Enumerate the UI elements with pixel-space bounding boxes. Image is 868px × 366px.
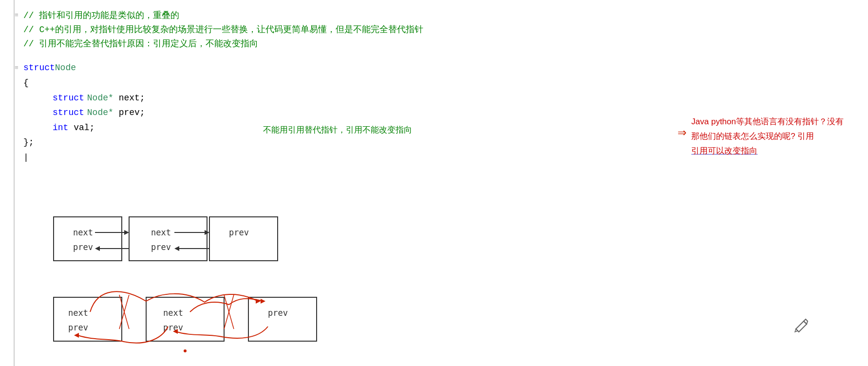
node-type-next: Node* — [87, 91, 113, 106]
comment-line-1: ≡ // 指针和引用的功能是类似的，重叠的 — [15, 9, 853, 23]
svg-rect-22 — [248, 297, 317, 341]
svg-rect-7 — [129, 217, 207, 261]
comment-text-2: // C++的引用，对指针使用比较复杂的场景进行一些替换，让代码更简单易懂，但是… — [23, 23, 423, 37]
svg-text:next: next — [68, 308, 88, 318]
open-brace: { — [23, 76, 29, 91]
svg-rect-16 — [54, 297, 122, 341]
var-val: val; — [68, 120, 94, 135]
svg-rect-19 — [146, 297, 224, 341]
svg-marker-4 — [124, 230, 129, 235]
var-prev: prev; — [113, 105, 145, 120]
diagram-2: next prev next prev prev — [24, 283, 365, 356]
struct-declaration: ≡ struct Node — [15, 60, 853, 76]
svg-text:prev: prev — [268, 308, 288, 318]
svg-text:prev: prev — [73, 242, 93, 252]
svg-text:prev: prev — [151, 242, 171, 252]
comment-line-3: // 引用不能完全替代指针原因：引用定义后，不能改变指向 — [15, 37, 853, 51]
annotation-center-text: 不能用引用替代指针，引用不能改变指向 — [263, 125, 412, 135]
svg-point-32 — [184, 349, 187, 352]
diagram-1: next prev next prev prev — [24, 207, 365, 270]
side-line2: 那他们的链表怎么实现的呢? 引用 — [691, 129, 844, 144]
side-line3: 引用可以改变指向 — [691, 144, 844, 158]
comment-line-2: // C++的引用，对指针使用比较复杂的场景进行一些替换，让代码更简单易懂，但是… — [15, 23, 853, 37]
int-keyword: int — [53, 120, 68, 135]
close-brace: }; — [23, 135, 34, 150]
pencil-icon[interactable] — [794, 317, 810, 337]
member-next-line: struct Node* next; — [44, 91, 853, 106]
arrow-icon: ⇒ — [678, 123, 686, 141]
svg-text:prev: prev — [163, 323, 183, 332]
comment-text-1: // 指针和引用的功能是类似的，重叠的 — [23, 9, 179, 23]
svg-text:next: next — [73, 228, 93, 237]
svg-text:prev: prev — [68, 323, 88, 332]
line-indicator-4: ≡ — [15, 63, 20, 74]
side-annotation: Java python等其他语言有没有指针？没有 那他们的链表怎么实现的呢? 引… — [691, 115, 844, 158]
svg-text:next: next — [163, 308, 183, 318]
svg-rect-14 — [209, 217, 278, 261]
line-indicator-1: ≡ — [15, 11, 20, 21]
side-line1: Java python等其他语言有没有指针？没有 — [691, 115, 844, 129]
var-next: next; — [113, 91, 145, 106]
svg-rect-0 — [54, 217, 122, 261]
struct-keyword: struct — [23, 60, 55, 76]
center-annotation: 不能用引用替代指针，引用不能改变指向 — [263, 124, 412, 135]
svg-text:prev: prev — [229, 228, 249, 237]
comment-text-3: // 引用不能完全替代指针原因：引用定义后，不能改变指向 — [23, 37, 258, 51]
struct-keyword-prev: struct — [53, 105, 84, 120]
struct-keyword-next: struct — [53, 91, 84, 106]
node-type-prev: Node* — [87, 105, 113, 120]
right-annotation-container: ⇒ Java python等其他语言有没有指针？没有 那他们的链表怎么实现的呢?… — [678, 115, 844, 158]
svg-text:next: next — [151, 228, 171, 237]
open-brace-line: { — [15, 76, 853, 91]
struct-name: Node — [55, 60, 76, 76]
cursor: | — [23, 150, 29, 165]
